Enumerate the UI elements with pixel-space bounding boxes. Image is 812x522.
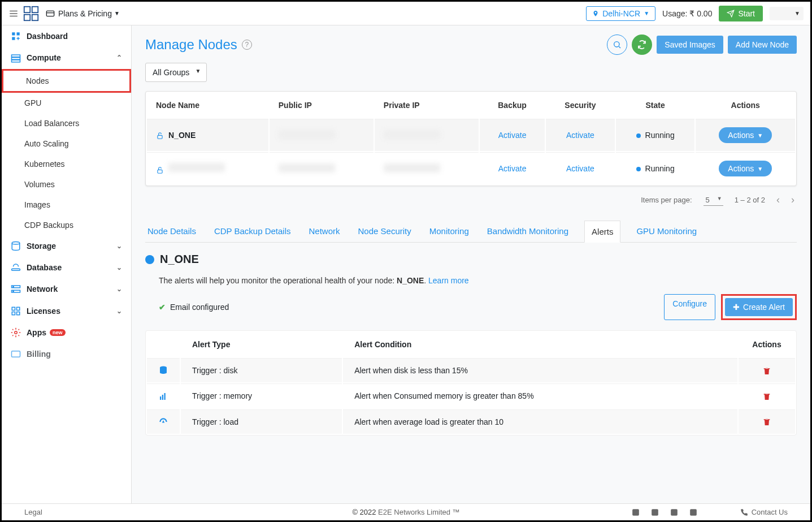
sidebar-item-compute[interactable]: Compute ⌃ <box>2 47 131 68</box>
group-filter-select[interactable]: All Groups <box>145 63 207 82</box>
delete-alert-button[interactable] <box>762 417 771 426</box>
help-icon[interactable]: ? <box>242 40 252 50</box>
sidebar-item-database[interactable]: Database ⌄ <box>2 257 131 278</box>
load-icon <box>147 409 180 434</box>
rss-icon[interactable] <box>689 508 697 517</box>
tab-cdp-backup-details[interactable]: CDP Backup Details <box>212 221 293 242</box>
sidebar-item-dashboard[interactable]: Dashboard <box>2 25 131 47</box>
page-range: 1 – 2 of 2 <box>735 196 765 204</box>
next-page-button[interactable]: › <box>791 194 794 206</box>
usage-display: Usage: ₹ 0.00 <box>662 9 712 18</box>
backup-activate-link[interactable]: Activate <box>498 164 527 173</box>
svg-rect-16 <box>12 60 20 62</box>
facebook-icon[interactable] <box>651 508 659 517</box>
footer: Legal © 2022 E2E Networks Limited ™ Cont… <box>2 503 810 520</box>
add-new-node-button[interactable]: Add New Node <box>728 36 797 54</box>
prev-page-button[interactable]: ‹ <box>776 194 780 206</box>
sidebar-item-licenses[interactable]: Licenses ⌄ <box>2 300 131 321</box>
search-button[interactable] <box>607 34 627 55</box>
legal-link[interactable]: Legal <box>24 508 42 516</box>
row-actions-button[interactable]: Actions▼ <box>719 127 772 143</box>
region-label: Delhi-NCR <box>602 9 640 18</box>
svg-rect-4 <box>32 6 38 12</box>
alert-row: Trigger : disk Alert when disk is less t… <box>147 358 795 382</box>
col-actions: Actions <box>696 93 795 118</box>
tab-node-details[interactable]: Node Details <box>145 221 198 242</box>
sidebar-item-cdp-backups[interactable]: CDP Backups <box>2 215 131 235</box>
row-actions-button[interactable]: Actions▼ <box>719 161 772 176</box>
saved-images-button[interactable]: Saved Images <box>657 36 723 54</box>
tab-bandwidth-monitoring[interactable]: Bandwidth Monitoring <box>485 221 571 242</box>
alert-condition: Alert when Consumed memory is greater th… <box>343 383 737 408</box>
security-activate-link[interactable]: Activate <box>566 164 594 173</box>
user-menu[interactable]: ▼ <box>770 7 804 20</box>
plans-pricing-dropdown[interactable]: Plans & Pricing ▼ <box>46 9 120 18</box>
svg-rect-39 <box>690 509 697 516</box>
sidebar-item-volumes[interactable]: Volumes <box>2 174 131 195</box>
tab-node-security[interactable]: Node Security <box>356 221 414 242</box>
svg-rect-3 <box>24 6 31 12</box>
table-row[interactable]: Activate Activate Running Actions▼ <box>147 152 795 184</box>
state-dot <box>636 167 641 171</box>
svg-rect-36 <box>632 509 639 516</box>
check-icon: ✔ <box>159 303 166 312</box>
linkedin-icon[interactable] <box>632 508 640 517</box>
logo <box>23 6 39 21</box>
hamburger-icon[interactable] <box>8 8 19 18</box>
create-alert-button[interactable]: ✚ Create Alert <box>725 298 793 316</box>
main-content: Manage Nodes ? Saved Images Add New Node… <box>132 25 810 503</box>
start-button[interactable]: Start <box>719 6 763 21</box>
database-icon <box>11 262 22 273</box>
backup-activate-link[interactable]: Activate <box>498 131 527 140</box>
items-per-page-select[interactable]: 5▼ <box>704 195 723 206</box>
state-label: Running <box>645 131 675 140</box>
sidebar-item-gpu[interactable]: GPU <box>2 93 131 113</box>
sidebar-item-auto-scaling[interactable]: Auto Scaling <box>2 133 131 154</box>
node-status-dot <box>145 255 154 264</box>
tab-gpu-monitoring[interactable]: GPU Monitoring <box>634 221 699 242</box>
security-activate-link[interactable]: Activate <box>566 131 594 140</box>
svg-rect-23 <box>17 307 20 310</box>
plans-label: Plans & Pricing <box>58 9 112 18</box>
network-icon <box>11 284 22 294</box>
sidebar-item-load-balancers[interactable]: Load Balancers <box>2 113 131 133</box>
sidebar-item-nodes[interactable]: Nodes <box>2 69 131 93</box>
col-alert-actions: Actions <box>739 332 795 357</box>
start-label: Start <box>738 9 755 18</box>
refresh-button[interactable] <box>632 34 652 55</box>
col-public-ip: Public IP <box>270 93 374 118</box>
region-selector[interactable]: Delhi-NCR ▼ <box>586 6 655 21</box>
tab-monitoring[interactable]: Monitoring <box>427 221 471 242</box>
sidebar-item-apps[interactable]: Apps new <box>2 322 131 343</box>
contact-us-link[interactable]: Contact Us <box>740 508 788 516</box>
compute-icon <box>11 53 22 63</box>
nodes-table: Node Name Public IP Private IP Backup Se… <box>145 91 797 186</box>
sidebar-item-network[interactable]: Network ⌄ <box>2 278 131 300</box>
svg-rect-25 <box>17 312 20 314</box>
svg-rect-12 <box>17 33 20 36</box>
svg-rect-15 <box>12 57 20 59</box>
delete-alert-button[interactable] <box>762 366 771 375</box>
configure-button[interactable]: Configure <box>664 294 715 320</box>
delete-alert-button[interactable] <box>762 391 771 400</box>
sidebar-item-images[interactable]: Images <box>2 195 131 215</box>
svg-line-29 <box>619 46 621 48</box>
tab-alerts[interactable]: Alerts <box>584 221 620 243</box>
twitter-icon[interactable] <box>670 508 678 517</box>
table-row[interactable]: N_ONE Activate Activate Running Actions▼ <box>147 119 795 151</box>
public-ip-redacted <box>279 130 335 139</box>
sidebar-item-storage[interactable]: Storage ⌄ <box>2 235 131 257</box>
learn-more-link[interactable]: Learn more <box>428 276 469 285</box>
svg-point-17 <box>12 241 20 244</box>
svg-rect-11 <box>12 33 15 36</box>
alert-row: Trigger : load Alert when average load i… <box>147 409 795 434</box>
tab-network[interactable]: Network <box>307 221 342 242</box>
state-label: Running <box>645 164 675 173</box>
sidebar-item-kubernetes[interactable]: Kubernetes <box>2 154 131 174</box>
node-name: N_ONE <box>168 131 196 140</box>
sidebar-item-label: Dashboard <box>27 32 68 41</box>
svg-rect-38 <box>671 509 678 516</box>
alert-row: Trigger : memory Alert when Consumed mem… <box>147 383 795 408</box>
svg-rect-35 <box>164 393 166 400</box>
sidebar-item-billing[interactable]: Billing <box>2 343 131 365</box>
